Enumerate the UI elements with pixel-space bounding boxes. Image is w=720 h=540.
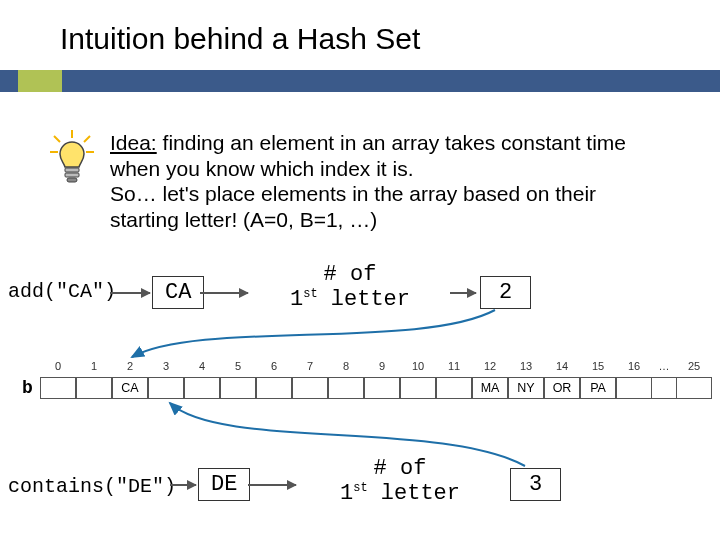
- array-index: 4: [184, 355, 220, 377]
- hash-label-top: # of 1st letter: [250, 262, 450, 312]
- array-spacer: [15, 355, 40, 377]
- array-index: 3: [148, 355, 184, 377]
- array-cell: PA: [580, 377, 616, 399]
- array-cell: [220, 377, 256, 399]
- hash-label-bottom: # of 1st letter: [300, 456, 500, 506]
- array-row-label: b: [15, 377, 40, 399]
- array-index: 16: [616, 355, 652, 377]
- array-cell-ellipsis: [652, 377, 676, 399]
- array-index: 11: [436, 355, 472, 377]
- lightbulb-icon: [40, 128, 104, 192]
- array-index: 0: [40, 355, 76, 377]
- divider-accent: [18, 70, 62, 92]
- add-result-box: 2: [480, 276, 531, 309]
- contains-call: contains("DE"): [8, 475, 176, 498]
- array-index: 6: [256, 355, 292, 377]
- array-cell: [148, 377, 184, 399]
- idea-text: Idea: finding an element in an array tak…: [110, 130, 670, 232]
- array-index: 7: [292, 355, 328, 377]
- svg-line-6: [54, 136, 60, 142]
- array-cell: MA: [472, 377, 508, 399]
- slide-title: Intuition behind a Hash Set: [60, 22, 420, 56]
- array-index: …: [652, 355, 676, 377]
- contains-result-box: 3: [510, 468, 561, 501]
- array-cell: [400, 377, 436, 399]
- array-index: 14: [544, 355, 580, 377]
- array-cell: [76, 377, 112, 399]
- array-index: 10: [400, 355, 436, 377]
- array-index: 8: [328, 355, 364, 377]
- array-index: 15: [580, 355, 616, 377]
- idea-lead: Idea:: [110, 131, 157, 154]
- array-index: 1: [76, 355, 112, 377]
- idea-body-2: So… let's place elements in the array ba…: [110, 182, 596, 231]
- array-index: 13: [508, 355, 544, 377]
- arrow-icon: [200, 292, 248, 294]
- array-index: 12: [472, 355, 508, 377]
- svg-rect-1: [65, 173, 79, 177]
- arrow-icon: [248, 484, 296, 486]
- svg-rect-0: [65, 168, 79, 172]
- array-cell: [436, 377, 472, 399]
- array-index: 25: [676, 355, 712, 377]
- array-cell: CA: [112, 377, 148, 399]
- contains-input-box: DE: [198, 468, 250, 501]
- array-cell: [676, 377, 712, 399]
- arrow-icon: [450, 292, 476, 294]
- svg-rect-2: [67, 178, 77, 182]
- array-cell: [256, 377, 292, 399]
- add-call: add("CA"): [8, 280, 116, 303]
- array-cell: [40, 377, 76, 399]
- array-cell: [328, 377, 364, 399]
- array-cell: [616, 377, 652, 399]
- array-index: 5: [220, 355, 256, 377]
- array-cell: NY: [508, 377, 544, 399]
- array-index: 9: [364, 355, 400, 377]
- arrow-icon: [110, 292, 150, 294]
- add-input-box: CA: [152, 276, 204, 309]
- divider-bar: [0, 70, 720, 92]
- svg-line-7: [84, 136, 90, 142]
- array-cell: OR: [544, 377, 580, 399]
- arrow-icon: [170, 484, 196, 486]
- array-cell: [292, 377, 328, 399]
- array-cell: [184, 377, 220, 399]
- idea-body-1: finding an element in an array takes con…: [110, 131, 626, 180]
- hash-array: 0 1 2 3 4 5 6 7 8 9 10 11 12 13 14 15 16…: [15, 355, 712, 399]
- array-index: 2: [112, 355, 148, 377]
- array-cell: [364, 377, 400, 399]
